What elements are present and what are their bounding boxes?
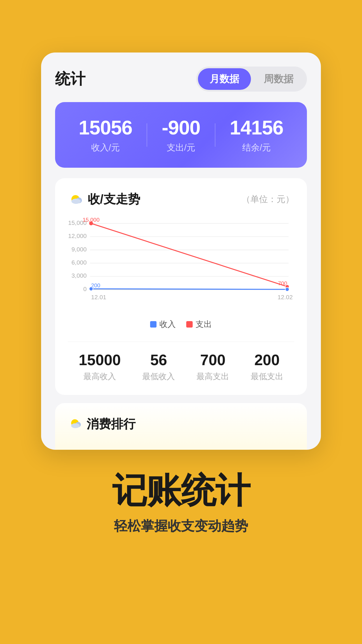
min-income-label: 最低收入: [142, 371, 175, 382]
min-expense-value: 200: [251, 351, 283, 369]
legend-income-label: 收入: [159, 319, 176, 330]
phone-card: 统计 月数据 周数据 15056 收入/元 -900 支出/元 14156 结余…: [41, 52, 321, 450]
chart-card: 收/支走势 （单位：元） 15,000 12,000 9,000 6,000 3…: [55, 178, 307, 395]
max-expense-stat: 700 最高支出: [196, 351, 229, 382]
svg-point-29: [71, 423, 80, 428]
chart-header: 收/支走势 （单位：元）: [68, 191, 294, 207]
svg-text:12.01: 12.01: [91, 294, 106, 300]
svg-text:6,000: 6,000: [71, 259, 87, 266]
svg-line-18: [91, 223, 287, 287]
min-expense-stat: 200 最低支出: [251, 351, 283, 382]
page-header: 统计 月数据 周数据: [55, 66, 307, 92]
chart-icon: [68, 192, 83, 207]
income-label: 收入/元: [79, 142, 132, 154]
svg-text:9,000: 9,000: [71, 246, 87, 253]
min-expense-label: 最低支出: [251, 371, 283, 382]
bottom-section: 记账统计 轻松掌握收支变动趋势: [112, 467, 250, 559]
svg-point-25: [89, 287, 93, 291]
min-income-stat: 56 最低收入: [142, 351, 175, 382]
balance-value: 14156: [230, 116, 283, 139]
sub-slogan: 轻松掌握收支变动趋势: [114, 517, 248, 535]
svg-text:12.02: 12.02: [277, 294, 293, 300]
tab-monthly[interactable]: 月数据: [198, 68, 251, 90]
chart-unit: （单位：元）: [242, 193, 294, 205]
rank-card: 消费排行: [55, 403, 307, 450]
income-summary: 15056 收入/元: [79, 116, 132, 154]
max-expense-value: 700: [196, 351, 229, 369]
line-chart: 15,000 12,000 9,000 6,000 3,000 0 12.01 …: [68, 218, 294, 312]
stats-row: 15000 最高收入 56 最低收入 700 最高支出 200 最低支出: [68, 342, 294, 382]
balance-summary: 14156 结余/元: [230, 116, 283, 154]
chart-title-group: 收/支走势: [68, 191, 140, 207]
balance-label: 结余/元: [230, 142, 283, 154]
tab-group: 月数据 周数据: [196, 66, 307, 92]
legend-expense-label: 支出: [196, 319, 212, 330]
expense-label: 支出/元: [162, 142, 200, 154]
rank-icon: [68, 417, 82, 431]
svg-point-2: [71, 199, 81, 204]
max-expense-label: 最高支出: [196, 371, 229, 382]
income-dot: [150, 321, 157, 328]
chart-legend: 收入 支出: [68, 319, 294, 330]
svg-point-21: [89, 221, 93, 225]
rank-header: 消费排行: [68, 416, 294, 432]
legend-income: 收入: [150, 319, 176, 330]
summary-banner: 15056 收入/元 -900 支出/元 14156 结余/元: [55, 102, 307, 168]
expense-value: -900: [162, 116, 200, 139]
expense-summary: -900 支出/元: [162, 116, 200, 154]
tab-weekly[interactable]: 周数据: [252, 68, 305, 90]
divider-1: [147, 123, 147, 147]
max-income-label: 最高收入: [79, 371, 121, 382]
page-title: 统计: [55, 69, 85, 89]
main-slogan: 记账统计: [112, 467, 250, 515]
svg-line-23: [91, 289, 287, 289]
svg-text:12,000: 12,000: [68, 232, 87, 239]
svg-text:3,000: 3,000: [71, 272, 87, 279]
min-income-value: 56: [142, 351, 175, 369]
rank-title: 消费排行: [87, 416, 136, 432]
income-value: 15056: [79, 116, 132, 139]
expense-dot: [186, 321, 193, 328]
svg-text:0: 0: [83, 286, 87, 292]
max-income-stat: 15000 最高收入: [79, 351, 121, 382]
max-income-value: 15000: [79, 351, 121, 369]
chart-title: 收/支走势: [88, 191, 140, 207]
svg-point-26: [285, 287, 289, 291]
chart-svg-wrapper: 15,000 12,000 9,000 6,000 3,000 0 12.01 …: [68, 218, 294, 313]
legend-expense: 支出: [186, 319, 212, 330]
divider-2: [215, 123, 215, 147]
